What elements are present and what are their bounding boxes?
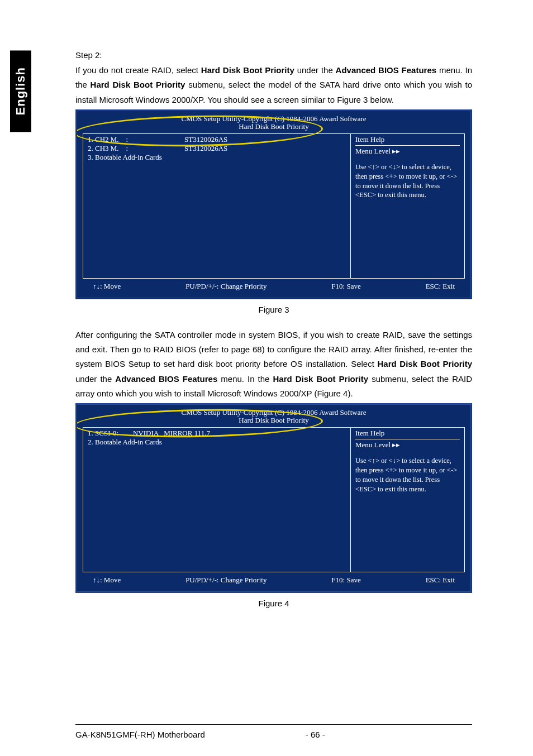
footer-save: F10: Save xyxy=(331,576,360,585)
footer-page-number: - 66 - xyxy=(306,730,472,739)
bios-help-panel: Item Help Menu Level ▸▸ Use <↑> or <↓> t… xyxy=(351,133,465,279)
footer-exit: ESC: Exit xyxy=(426,282,455,291)
bios-screenshot-1: CMOS Setup Utility-Copyright (C) 1984-20… xyxy=(75,109,472,299)
footer-rule xyxy=(75,724,472,725)
item-help-label: Item Help xyxy=(355,429,460,439)
bios-subtitle: Hard Disk Boot Priority xyxy=(83,122,465,131)
footer-exit: ESC: Exit xyxy=(426,576,455,585)
bios-screenshot-2: CMOS Setup Utility-Copyright (C) 1984-20… xyxy=(75,403,472,593)
step-label: Step 2: xyxy=(75,50,472,60)
paragraph-1: If you do not create RAID, select Hard D… xyxy=(75,63,472,107)
list-item: 2. Bootable Add-in Cards xyxy=(88,438,346,447)
bios-footer: ↑↓: Move PU/PD/+/-: Change Priority F10:… xyxy=(83,576,465,585)
help-body: Use <↑> or <↓> to select a device, then … xyxy=(355,162,460,200)
language-tab: English xyxy=(10,50,31,132)
menu-level: Menu Level ▸▸ xyxy=(355,441,460,449)
footer-change: PU/PD/+/-: Change Priority xyxy=(185,576,266,585)
p1-a: If you do not create RAID, select xyxy=(75,65,201,75)
bios-body: 1. CH2 M. : ST3120026AS 2. CH3 M. : ST31… xyxy=(83,133,465,279)
p2-e: menu. In the xyxy=(217,374,273,384)
p1-d: Advanced BIOS Features xyxy=(336,65,437,75)
bios-subtitle: Hard Disk Boot Priority xyxy=(83,416,465,425)
footer-change: PU/PD/+/-: Change Priority xyxy=(185,282,266,291)
paragraph-2: After configuring the SATA controller mo… xyxy=(75,328,472,401)
bios-help-panel: Item Help Menu Level ▸▸ Use <↑> or <↓> t… xyxy=(351,427,465,572)
bios-body: 1. SCSI-0: NVIDIA MIRROR 111.7 2. Bootab… xyxy=(83,427,465,572)
p1-c: under the xyxy=(294,65,336,75)
list-item: 2. CH3 M. : ST3120026AS xyxy=(88,144,346,153)
list-item: 3. Bootable Add-in Cards xyxy=(88,153,346,162)
page-content: Step 2: If you do not create RAID, selec… xyxy=(75,50,472,621)
bios-device-list: 1. SCSI-0: NVIDIA MIRROR 111.7 2. Bootab… xyxy=(83,427,351,572)
bios-device-list: 1. CH2 M. : ST3120026AS 2. CH3 M. : ST31… xyxy=(83,133,351,279)
p2-d: Advanced BIOS Features xyxy=(115,374,217,384)
p1-f: Hard Disk Boot Priority xyxy=(91,80,185,89)
footer-move: ↑↓: Move xyxy=(93,576,121,585)
p2-f: Hard Disk Boot Priority xyxy=(273,374,368,384)
list-item: 1. CH2 M. : ST3120026AS xyxy=(88,135,346,144)
figure-4-caption: Figure 4 xyxy=(75,599,472,608)
bios-footer: ↑↓: Move PU/PD/+/-: Change Priority F10:… xyxy=(83,282,465,291)
footer-save: F10: Save xyxy=(331,282,360,291)
page-footer: GA-K8N51GMF(-RH) Motherboard - 66 - xyxy=(75,730,472,739)
p2-c: under the xyxy=(75,374,115,384)
figure-3-caption: Figure 3 xyxy=(75,305,472,314)
list-item: 1. SCSI-0: NVIDIA MIRROR 111.7 xyxy=(88,429,346,438)
footer-left: GA-K8N51GMF(-RH) Motherboard xyxy=(75,730,306,739)
p2-b: Hard Disk Boot Priority xyxy=(377,359,472,369)
item-help-label: Item Help xyxy=(355,135,460,146)
menu-level: Menu Level ▸▸ xyxy=(355,147,460,156)
help-body: Use <↑> or <↓> to select a device, then … xyxy=(355,456,460,494)
p1-b: Hard Disk Boot Priority xyxy=(201,65,294,75)
footer-move: ↑↓: Move xyxy=(93,282,121,291)
